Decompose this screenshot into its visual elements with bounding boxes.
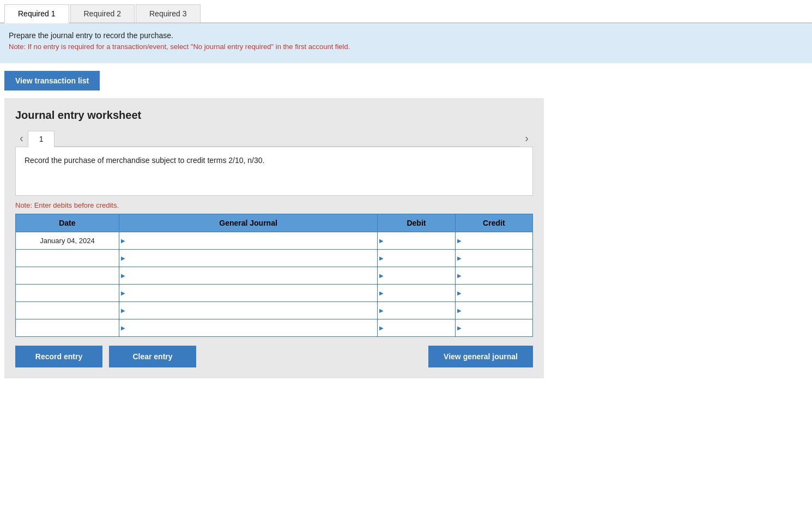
table-row: January 04, 2024 [16, 232, 533, 249]
table-row [16, 249, 533, 267]
instruction-banner: Prepare the journal entry to record the … [0, 23, 812, 63]
journal-input-4[interactable] [119, 302, 378, 319]
worksheet-container: Journal entry worksheet ‹ 1 › Record the… [4, 98, 544, 378]
cell-credit-4[interactable] [455, 301, 532, 319]
journal-input-3[interactable] [119, 285, 378, 301]
tab-required-3[interactable]: Required 3 [136, 4, 201, 22]
prev-tab-button[interactable]: ‹ [15, 130, 28, 147]
credit-input-1[interactable] [456, 250, 532, 267]
debit-input-2[interactable] [378, 267, 455, 284]
journal-input-5[interactable] [119, 319, 378, 336]
debit-input-1[interactable] [378, 250, 455, 267]
debits-note: Note: Enter debits before credits. [15, 201, 533, 209]
cell-journal-4[interactable] [119, 301, 378, 319]
tab-nav-row: ‹ 1 › [15, 129, 533, 147]
cell-journal-3[interactable] [119, 284, 378, 301]
cell-date-3 [16, 284, 119, 301]
credit-input-0[interactable] [456, 232, 532, 249]
tab-nav-spacer [54, 129, 520, 147]
cell-debit-1[interactable] [378, 249, 455, 267]
table-row [16, 284, 533, 301]
journal-table: Date General Journal Debit Credit Januar… [15, 214, 533, 337]
record-entry-button[interactable]: Record entry [15, 346, 102, 367]
journal-input-1[interactable] [119, 250, 378, 267]
cell-debit-5[interactable] [378, 319, 455, 336]
instruction-main: Prepare the journal entry to record the … [9, 30, 803, 41]
cell-debit-4[interactable] [378, 301, 455, 319]
col-header-journal: General Journal [119, 214, 378, 232]
tab-required-1[interactable]: Required 1 [4, 4, 69, 23]
cell-credit-5[interactable] [455, 319, 532, 336]
bottom-buttons: Record entry Clear entry View general jo… [15, 346, 533, 367]
journal-input-0[interactable] [119, 232, 378, 249]
credit-input-3[interactable] [456, 285, 532, 301]
table-row [16, 267, 533, 284]
cell-date-2 [16, 267, 119, 284]
cell-date-5 [16, 319, 119, 336]
view-general-journal-button[interactable]: View general journal [428, 346, 533, 367]
table-row [16, 319, 533, 336]
cell-date-0: January 04, 2024 [16, 232, 119, 249]
debit-input-4[interactable] [378, 302, 455, 319]
cell-journal-2[interactable] [119, 267, 378, 284]
cell-date-4 [16, 301, 119, 319]
view-transaction-button[interactable]: View transaction list [4, 71, 100, 90]
cell-journal-1[interactable] [119, 249, 378, 267]
col-header-date: Date [16, 214, 119, 232]
cell-journal-5[interactable] [119, 319, 378, 336]
current-tab-number: 1 [28, 131, 55, 147]
worksheet-title: Journal entry worksheet [15, 109, 533, 122]
credit-input-4[interactable] [456, 302, 532, 319]
debit-input-5[interactable] [378, 319, 455, 336]
cell-date-1 [16, 249, 119, 267]
credit-input-2[interactable] [456, 267, 532, 284]
cell-credit-0[interactable] [455, 232, 532, 249]
cell-journal-0[interactable] [119, 232, 378, 249]
cell-credit-3[interactable] [455, 284, 532, 301]
tab-required-2[interactable]: Required 2 [70, 4, 135, 22]
description-box: Record the purchase of merchandise subje… [15, 147, 533, 196]
col-header-credit: Credit [455, 214, 532, 232]
journal-input-2[interactable] [119, 267, 378, 284]
tabs-bar: Required 1 Required 2 Required 3 [0, 0, 812, 23]
col-header-debit: Debit [378, 214, 455, 232]
debit-input-3[interactable] [378, 285, 455, 301]
clear-entry-button[interactable]: Clear entry [109, 346, 196, 367]
cell-credit-2[interactable] [455, 267, 532, 284]
table-row [16, 301, 533, 319]
debit-input-0[interactable] [378, 232, 455, 249]
cell-debit-0[interactable] [378, 232, 455, 249]
instruction-note: Note: If no entry is required for a tran… [9, 41, 803, 52]
cell-credit-1[interactable] [455, 249, 532, 267]
cell-debit-2[interactable] [378, 267, 455, 284]
cell-debit-3[interactable] [378, 284, 455, 301]
next-tab-button[interactable]: › [520, 130, 533, 147]
credit-input-5[interactable] [456, 319, 532, 336]
